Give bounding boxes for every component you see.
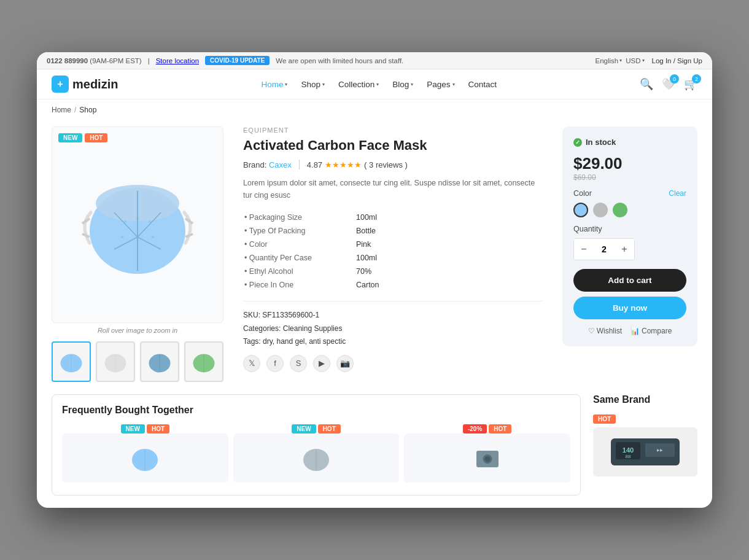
fbt-items: NEW HOT NEW HOT — [62, 424, 570, 485]
wishlist-button[interactable]: 🤍 0 — [662, 77, 675, 91]
nav-contact[interactable]: Contact — [468, 80, 497, 89]
spec-value: Bottle — [356, 225, 541, 237]
cart-button[interactable]: 🛒 2 — [684, 77, 697, 91]
product-main-svg — [76, 157, 199, 292]
top-bar-left: 0122 889990 (9AM-6PM EST) | Store locati… — [47, 56, 403, 65]
nav-blog[interactable]: Blog ▾ — [392, 80, 413, 89]
fbt-badges-2: NEW HOT — [233, 424, 400, 434]
thumbnails — [52, 341, 223, 382]
nav-pages[interactable]: Pages ▾ — [427, 80, 454, 89]
compare-button[interactable]: 📊 Compare — [631, 327, 672, 335]
color-swatch-green[interactable] — [613, 203, 627, 217]
quantity-control: − 2 + — [573, 238, 635, 260]
badge-new: NEW — [58, 133, 82, 142]
in-stock: In stock — [573, 138, 686, 147]
nav-icons: 🔍 🤍 0 🛒 2 — [640, 77, 697, 91]
fbt-badge-new: NEW — [292, 424, 316, 434]
breadcrumb-sep: / — [74, 106, 76, 114]
facebook-button[interactable]: f — [266, 355, 284, 372]
meta-info: SKU: SF1133569600-1 Categories: Cleaning… — [243, 309, 543, 349]
svg-text:140: 140 — [623, 446, 634, 454]
twitter-button[interactable]: 𝕏 — [243, 355, 260, 372]
breadcrumb-home[interactable]: Home — [52, 106, 71, 114]
price-old: $69.00 — [573, 173, 686, 182]
spec-value: Pink — [356, 238, 541, 251]
wishlist-badge: 0 — [670, 74, 679, 84]
price-new: $29.00 — [573, 154, 686, 173]
color-swatch-gray[interactable] — [593, 203, 608, 217]
equipment-label: EQUIPMENT — [243, 126, 543, 134]
spec-value: 70% — [356, 265, 541, 278]
fbt-badge-hot: HOT — [489, 424, 511, 434]
spec-label: Ethyl Alcohol — [244, 265, 355, 278]
youtube-button[interactable]: ▶ — [313, 355, 330, 372]
chevron-down-icon: ▾ — [376, 82, 379, 87]
chevron-down-icon: ▾ — [642, 58, 645, 63]
color-swatch-blue[interactable] — [573, 203, 588, 217]
svg-point-13 — [149, 220, 151, 223]
breadcrumb: Home / Shop — [37, 99, 712, 120]
nav-home[interactable]: Home ▾ — [261, 80, 287, 89]
nav-collection[interactable]: Collection ▾ — [338, 80, 379, 89]
login-link[interactable]: Log In / Sign Up — [652, 57, 702, 64]
quantity-section: Quantity − 2 + — [573, 225, 686, 260]
badge-hot: HOT — [85, 133, 107, 142]
spec-label: Packaging Size — [244, 211, 355, 224]
thumb-1[interactable] — [52, 341, 91, 382]
main-content: NEW HOT — [37, 120, 712, 394]
thumb-2[interactable] — [96, 341, 135, 382]
svg-text:88: 88 — [626, 454, 631, 459]
qty-plus-button[interactable]: + — [615, 239, 634, 260]
language-dropdown[interactable]: English ▾ — [596, 57, 623, 64]
fbt-badges-3: -20% HOT — [404, 424, 570, 434]
instagram-button[interactable]: 📷 — [336, 355, 354, 372]
svg-text:▶▶: ▶▶ — [657, 448, 663, 452]
bottom-section: Frequently Bought Together NEW HOT — [37, 394, 712, 508]
spec-label: Type Of Packing — [244, 225, 355, 237]
logo: + medizin — [52, 76, 118, 93]
spec-value: 100ml — [356, 252, 541, 264]
spec-row: Quantity Per Case 100ml — [244, 252, 541, 264]
add-to-cart-button[interactable]: Add to cart — [573, 269, 686, 292]
store-location-link[interactable]: Store location — [156, 57, 199, 64]
thumb-svg-1 — [56, 346, 87, 377]
product-sidebar: In stock $29.00 $69.00 Color Clear — [562, 126, 697, 382]
rating: 4.87 ★★★★★ ( 3 reviews ) — [307, 160, 408, 169]
spec-label: Piece In One — [244, 279, 355, 291]
buy-now-button[interactable]: Buy now — [573, 297, 686, 319]
brand-link[interactable]: Caxex — [269, 160, 292, 169]
fbt-badge-hot: HOT — [147, 424, 169, 434]
spec-row: Ethyl Alcohol 70% — [244, 265, 541, 278]
svg-point-14 — [121, 236, 123, 238]
nav-shop[interactable]: Shop ▾ — [301, 80, 325, 89]
fbt-badge-hot: HOT — [318, 424, 341, 434]
svg-point-12 — [136, 217, 139, 220]
same-brand-title: Same Brand — [593, 394, 697, 405]
svg-line-8 — [82, 234, 90, 237]
svg-point-15 — [152, 236, 154, 238]
fbt-badge-discount: -20% — [463, 424, 487, 434]
svg-line-10 — [185, 234, 193, 237]
skype-button[interactable]: S — [290, 355, 307, 372]
svg-point-11 — [124, 220, 126, 223]
search-button[interactable]: 🔍 — [640, 77, 653, 91]
qty-minus-button[interactable]: − — [574, 239, 594, 260]
qty-value: 2 — [594, 244, 615, 254]
spec-row: Color Pink — [244, 238, 541, 251]
top-bar-right: English ▾ USD ▾ Log In / Sign Up — [596, 57, 702, 64]
cart-badge: 2 — [692, 74, 701, 84]
color-clear-link[interactable]: Clear — [669, 189, 686, 198]
wishlist-button[interactable]: ♡ Wishlist — [588, 327, 622, 335]
product-images: NEW HOT — [52, 126, 223, 382]
svg-point-30 — [484, 456, 490, 462]
same-brand-img: 140 88 ▶▶ — [593, 427, 697, 476]
stock-icon — [573, 138, 582, 147]
phone-number: 0122 889990 (9AM-6PM EST) — [47, 57, 142, 64]
divider — [243, 301, 543, 301]
thumb-4[interactable] — [184, 341, 223, 382]
same-brand-section: Same Brand HOT 140 88 ▶▶ — [593, 394, 697, 496]
currency-dropdown[interactable]: USD ▾ — [626, 57, 644, 64]
thumb-3[interactable] — [140, 341, 179, 382]
heart-icon: ♡ — [588, 327, 595, 335]
chart-icon: 📊 — [631, 327, 640, 335]
